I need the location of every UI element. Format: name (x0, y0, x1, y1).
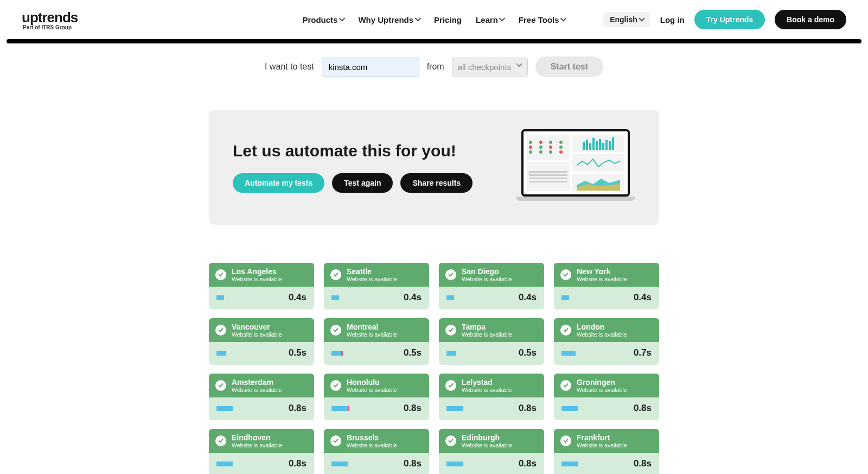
promo-buttons: Automate my tests Test again Share resul… (233, 173, 473, 193)
result-card-header[interactable]: New YorkWebsite is available (554, 263, 659, 287)
result-card: TampaWebsite is available0.5s (439, 318, 544, 365)
result-card-body: 0.4s (439, 287, 544, 309)
result-card: AmsterdamWebsite is available0.8s (209, 374, 314, 420)
login-link[interactable]: Log in (660, 15, 685, 24)
result-card: GroningenWebsite is available0.8s (554, 374, 659, 420)
test-again-button[interactable]: Test again (332, 173, 393, 193)
result-card-header[interactable]: VancouverWebsite is available (209, 318, 314, 342)
result-card-header[interactable]: LondonWebsite is available (554, 318, 659, 342)
result-status: Website is available (232, 276, 282, 282)
result-card-header[interactable]: AmsterdamWebsite is available (209, 374, 314, 397)
result-card-body: 0.8s (209, 453, 314, 474)
result-city: London (577, 323, 627, 331)
chevron-down-icon (339, 15, 345, 21)
result-progress-bar (446, 295, 501, 300)
result-status: Website is available (347, 276, 397, 282)
result-time: 0.7s (634, 347, 652, 358)
result-card-header[interactable]: LelystadWebsite is available (439, 374, 544, 397)
result-progress-bar (331, 462, 386, 466)
result-city: Vancouver (232, 323, 282, 331)
result-card-header[interactable]: TampaWebsite is available (439, 318, 544, 342)
nav-learn[interactable]: Learn (476, 15, 505, 24)
nav-tools[interactable]: Free Tools (519, 15, 566, 24)
result-status: Website is available (577, 276, 627, 282)
url-input[interactable] (322, 58, 419, 77)
result-progress-bar (446, 351, 501, 356)
result-city: Groningen (577, 378, 627, 387)
result-card: EindhovenWebsite is available0.8s (209, 429, 314, 474)
chevron-down-icon (560, 15, 566, 21)
result-card-header[interactable]: MontrealWebsite is available (324, 318, 429, 342)
result-progress-bar (331, 351, 386, 356)
result-time: 0.8s (289, 458, 307, 469)
book-demo-button[interactable]: Book a demo (775, 10, 846, 29)
result-time: 0.8s (404, 458, 422, 469)
result-card-header[interactable]: BrusselsWebsite is available (324, 429, 429, 453)
page-content: I want to test from all checkpoints Star… (87, 43, 781, 474)
result-card: Los AngelesWebsite is available0.4s (209, 263, 314, 309)
checkmark-icon (560, 435, 571, 446)
result-card-header[interactable]: Los AngelesWebsite is available (209, 263, 314, 287)
result-card-body: 0.8s (209, 397, 314, 420)
result-progress-bar (216, 351, 271, 356)
result-card-body: 0.5s (324, 342, 429, 365)
promo-title: Let us automate this for you! (233, 142, 473, 160)
nav-right: English Log in Try Uptrends Book a demo (603, 10, 846, 29)
result-status: Website is available (462, 276, 512, 282)
result-progress-bar (331, 406, 386, 411)
chevron-down-icon (639, 15, 644, 21)
checkmark-icon (445, 435, 456, 446)
result-card-body: 0.8s (324, 453, 429, 474)
result-card-header[interactable]: EindhovenWebsite is available (209, 429, 314, 453)
result-card-header[interactable]: San DiegoWebsite is available (439, 263, 544, 287)
checkpoints-select[interactable]: all checkpoints (452, 58, 528, 77)
result-card-header[interactable]: SeattleWebsite is available (324, 263, 429, 287)
result-status: Website is available (462, 387, 512, 393)
nav-why[interactable]: Why Uptrends (358, 15, 420, 24)
result-card-header[interactable]: HonoluluWebsite is available (324, 374, 429, 397)
language-selector[interactable]: English (603, 12, 650, 27)
result-status: Website is available (232, 387, 282, 393)
result-city: Edinburgh (462, 433, 512, 442)
result-card: VancouverWebsite is available0.5s (209, 318, 314, 365)
result-card: LondonWebsite is available0.7s (554, 318, 659, 365)
result-time: 0.8s (404, 403, 422, 414)
nav-pricing[interactable]: Pricing (434, 15, 462, 24)
result-card-body: 0.4s (209, 287, 314, 309)
result-time: 0.4s (404, 292, 422, 303)
result-time: 0.8s (289, 403, 307, 414)
result-time: 0.8s (634, 403, 652, 414)
checkmark-icon (445, 269, 456, 280)
result-card: New YorkWebsite is available0.4s (554, 263, 659, 309)
result-time: 0.5s (519, 347, 537, 358)
result-time: 0.4s (519, 292, 537, 303)
checkmark-icon (560, 269, 571, 280)
promo-card: Let us automate this for you! Automate m… (209, 110, 659, 225)
result-time: 0.5s (404, 347, 422, 358)
result-card-body: 0.8s (439, 397, 544, 420)
checkmark-icon (215, 269, 226, 280)
checkpoints-select-wrap: all checkpoints (452, 58, 528, 77)
try-uptrends-button[interactable]: Try Uptrends (694, 10, 765, 29)
result-card-header[interactable]: GroningenWebsite is available (554, 374, 659, 397)
result-status: Website is available (577, 331, 627, 338)
start-test-button[interactable]: Start test (535, 56, 603, 77)
result-progress-bar (446, 462, 501, 466)
share-results-button[interactable]: Share results (400, 173, 473, 193)
checkmark-icon (445, 380, 456, 391)
result-card-header[interactable]: FrankfurtWebsite is available (554, 429, 659, 453)
result-time: 0.5s (289, 347, 307, 358)
result-status: Website is available (577, 387, 627, 393)
result-card-header[interactable]: EdinburghWebsite is available (439, 429, 544, 453)
result-status: Website is available (232, 442, 282, 448)
nav-products[interactable]: Products (302, 15, 344, 24)
result-time: 0.8s (519, 458, 537, 469)
result-status: Website is available (347, 331, 397, 338)
automate-tests-button[interactable]: Automate my tests (233, 173, 324, 193)
checkmark-icon (330, 325, 341, 336)
logo[interactable]: uptrends Part of ITRS Group (22, 9, 78, 30)
checkmark-icon (215, 325, 226, 336)
results-grid: Los AngelesWebsite is available0.4sSeatt… (209, 263, 659, 474)
result-status: Website is available (577, 442, 627, 448)
result-time: 0.8s (519, 403, 537, 414)
